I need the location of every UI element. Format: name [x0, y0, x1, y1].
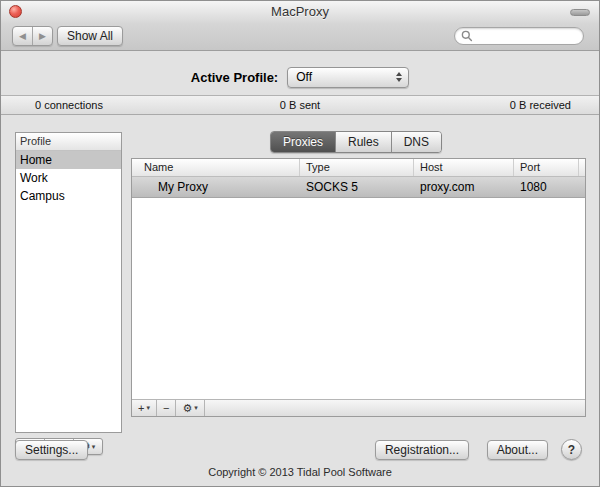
sidebar-item-home[interactable]: Home	[16, 151, 121, 169]
minus-icon: −	[163, 402, 169, 414]
help-button[interactable]: ?	[561, 439, 582, 460]
settings-button[interactable]: Settings...	[15, 440, 88, 460]
column-header-name[interactable]: Name	[132, 159, 300, 176]
tab-rules[interactable]: Rules	[335, 132, 391, 152]
tab-group: Proxies Rules DNS	[270, 131, 442, 153]
proxy-gear-button[interactable]: ⚙ ▾	[176, 400, 204, 416]
connections-count: 0 connections	[35, 99, 103, 111]
tab-dns[interactable]: DNS	[391, 132, 441, 152]
column-header-type[interactable]: Type	[300, 159, 414, 176]
sidebar-item-campus[interactable]: Campus	[16, 187, 121, 205]
cell-port: 1080	[514, 177, 579, 197]
plus-icon: +	[138, 402, 144, 414]
popup-arrows-icon	[396, 72, 402, 82]
search-input[interactable]	[477, 29, 577, 43]
column-header-filler	[579, 159, 585, 176]
cell-name: My Proxy	[132, 177, 300, 197]
chevron-down-icon: ▾	[92, 443, 96, 451]
gear-icon: ⚙	[182, 403, 192, 414]
sidebar-item-work[interactable]: Work	[16, 169, 121, 187]
search-icon	[461, 30, 473, 42]
window-title: MacProxy	[1, 1, 599, 23]
cell-host: proxy.com	[414, 177, 514, 197]
cell-filler	[579, 177, 585, 197]
title-bar[interactable]: MacProxy	[1, 1, 599, 23]
bytes-sent: 0 B sent	[280, 99, 320, 111]
popup-down-arrow-icon	[396, 78, 402, 82]
proxies-table: Name Type Host Port My Proxy SOCKS 5 pro…	[131, 158, 586, 417]
tab-proxies[interactable]: Proxies	[271, 132, 335, 152]
chevron-down-icon: ▾	[194, 404, 198, 412]
active-profile-label: Active Profile:	[191, 70, 278, 85]
search-field[interactable]	[454, 27, 584, 45]
toolbar: ◀ ▶ Show All	[1, 23, 599, 51]
popup-up-arrow-icon	[396, 72, 402, 76]
nav-segmented-control: ◀ ▶	[12, 26, 53, 46]
bytes-received: 0 B received	[510, 99, 571, 111]
back-icon: ◀	[19, 31, 26, 41]
active-profile-popup[interactable]: Off	[287, 67, 409, 88]
profile-list: Profile Home Work Campus	[15, 132, 122, 433]
show-all-button[interactable]: Show All	[57, 26, 123, 46]
table-row[interactable]: My Proxy SOCKS 5 proxy.com 1080	[132, 177, 585, 198]
profile-list-header[interactable]: Profile	[16, 133, 121, 151]
proxy-actions-bar: + ▾ − ⚙ ▾	[132, 399, 585, 416]
status-bar: 0 connections 0 B sent 0 B received	[1, 95, 599, 115]
column-header-host[interactable]: Host	[414, 159, 514, 176]
cell-type: SOCKS 5	[300, 177, 414, 197]
add-proxy-button[interactable]: + ▾	[132, 400, 157, 416]
registration-button[interactable]: Registration...	[375, 440, 469, 460]
toolbar-toggle-button[interactable]	[570, 9, 590, 16]
forward-button[interactable]: ▶	[32, 27, 52, 45]
copyright-text: Copyright © 2013 Tidal Pool Software	[1, 466, 599, 478]
chevron-down-icon: ▾	[146, 404, 150, 412]
active-profile-row: Active Profile: Off	[1, 65, 599, 89]
remove-proxy-button[interactable]: −	[157, 400, 176, 416]
forward-icon: ▶	[39, 31, 46, 41]
column-header-port[interactable]: Port	[514, 159, 579, 176]
active-profile-value: Off	[296, 70, 312, 84]
table-header: Name Type Host Port	[132, 159, 585, 177]
back-button[interactable]: ◀	[13, 27, 32, 45]
macproxy-window: MacProxy ◀ ▶ Show All Active Profile:	[0, 0, 600, 487]
about-button[interactable]: About...	[487, 440, 548, 460]
